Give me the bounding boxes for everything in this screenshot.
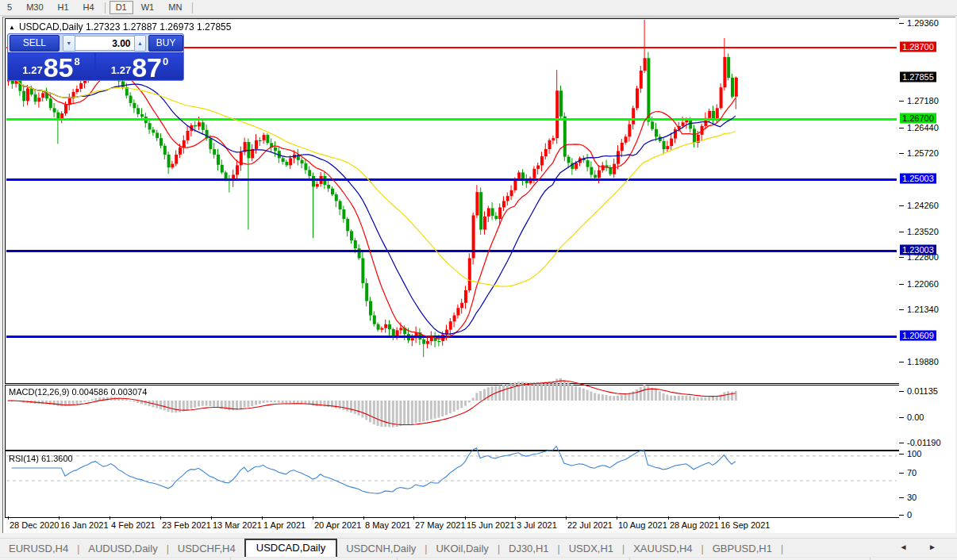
timeframe-button-h4[interactable]: H4 bbox=[77, 1, 101, 14]
buy-button[interactable]: BUY bbox=[148, 35, 183, 52]
sell-price-big: 85 bbox=[44, 56, 74, 79]
price-tick-mark bbox=[899, 362, 904, 362]
symbol-tab-usdcnh[interactable]: USDCNH,Daily bbox=[337, 540, 425, 558]
level-price-badge: 1.25003 bbox=[900, 174, 936, 184]
date-tick-mark bbox=[160, 516, 161, 520]
chart-title-row: ▲ USDCAD,Daily 1.27323 1.27887 1.26973 1… bbox=[9, 21, 231, 33]
chart-canvas[interactable] bbox=[6, 19, 897, 516]
volume-increase-button[interactable]: ▲ bbox=[134, 35, 147, 52]
price-tick-label: 1.29360 bbox=[907, 18, 939, 28]
indicator-tick-mark bbox=[899, 497, 904, 498]
indicator-tick-mark bbox=[899, 515, 904, 516]
chart-title: USDCAD,Daily 1.27323 1.27887 1.26973 1.2… bbox=[19, 21, 232, 33]
price-tick-mark bbox=[899, 309, 904, 310]
level-price-badge: 1.28700 bbox=[900, 41, 936, 52]
toolbar-separator bbox=[192, 2, 193, 13]
date-tick-mark bbox=[668, 516, 669, 520]
sell-price-head: 1.27 bbox=[22, 64, 42, 76]
price-tick-mark bbox=[899, 257, 904, 258]
price-tick-mark bbox=[899, 153, 904, 154]
price-tick-label: 1.27180 bbox=[907, 96, 939, 105]
indicator-tick-mark bbox=[899, 391, 904, 392]
symbol-tab-xauusd[interactable]: XAUUSD,H4 bbox=[625, 540, 701, 558]
tab-separator: | bbox=[781, 543, 783, 558]
volume-decrease-button[interactable]: ▼ bbox=[63, 35, 75, 52]
timeframe-button-d1[interactable]: D1 bbox=[110, 1, 133, 14]
date-tick-label: 16 Jan 2021 bbox=[60, 520, 109, 530]
timeframe-button-5[interactable]: 5 bbox=[1, 1, 18, 14]
symbol-tab-ukoil[interactable]: UKOil,Daily bbox=[427, 540, 497, 558]
price-tick-label: 1.23520 bbox=[907, 227, 939, 236]
price-tick-mark bbox=[899, 232, 904, 232]
indicator-tick-mark bbox=[899, 417, 904, 418]
date-tick-label: 3 Jul 2021 bbox=[517, 520, 557, 530]
indicator-tick-label: 30 bbox=[907, 493, 917, 502]
trade-panel-controls: SELL ▼ ▲ BUY bbox=[8, 34, 183, 52]
date-tick-mark bbox=[465, 516, 466, 520]
symbol-tab-gbpusd[interactable]: GBPUSD,H1 bbox=[704, 540, 781, 558]
price-tick-mark bbox=[899, 284, 904, 285]
symbol-tab-usdx[interactable]: USDX,H1 bbox=[560, 540, 622, 558]
date-tick-mark bbox=[8, 516, 9, 520]
terminal-window: 5M30H1H4D1W1MN ▲ USDCAD,Daily 1.27323 1.… bbox=[0, 0, 957, 560]
buy-price-big: 87 bbox=[132, 56, 162, 79]
sell-button[interactable]: SELL bbox=[10, 35, 60, 52]
status-bar bbox=[0, 557, 957, 560]
timeframe-button-m30[interactable]: M30 bbox=[20, 1, 49, 14]
level-price-badge: 1.26700 bbox=[900, 113, 936, 123]
date-tick-label: 13 Mar 2021 bbox=[213, 520, 262, 530]
date-tick-mark bbox=[363, 516, 364, 520]
price-axis: 1.293601.271801.264401.257201.242601.235… bbox=[899, 17, 955, 533]
level-price-badge: 1.20609 bbox=[900, 331, 936, 341]
date-tick-mark bbox=[313, 516, 313, 520]
indicator-tick-label: 0.00 bbox=[907, 412, 924, 422]
price-tick-mark bbox=[899, 205, 904, 206]
date-tick-label: 28 Dec 2020 bbox=[10, 520, 59, 530]
date-tick-label: 1 Apr 2021 bbox=[263, 520, 306, 530]
date-tick-mark bbox=[413, 516, 414, 520]
indicator-tick-label: 0.01135 bbox=[907, 386, 938, 396]
date-tick-mark bbox=[566, 516, 567, 520]
macd-label: MACD(12,26,9) 0.004586 0.003074 bbox=[9, 387, 147, 397]
price-tick-label: 1.19880 bbox=[907, 357, 939, 366]
symbol-tab-audusd[interactable]: AUDUSD,Daily bbox=[79, 540, 166, 558]
date-tick-mark bbox=[515, 516, 516, 520]
buy-price-head: 1.27 bbox=[111, 64, 131, 76]
date-tick-label: 28 Aug 2021 bbox=[670, 520, 719, 530]
volume-input[interactable] bbox=[75, 36, 134, 51]
chart-window: ▲ USDCAD,Daily 1.27323 1.27887 1.26973 1… bbox=[2, 17, 955, 533]
timeframe-button-h1[interactable]: H1 bbox=[52, 1, 75, 14]
timeframe-button-w1[interactable]: W1 bbox=[135, 1, 161, 14]
sell-price-display[interactable]: 1.27 85 8 bbox=[8, 53, 94, 79]
price-tick-label: 1.22060 bbox=[907, 279, 939, 289]
indicator-tick-label: -0.01190 bbox=[907, 438, 941, 447]
timeframe-button-mn[interactable]: MN bbox=[162, 1, 188, 14]
symbol-tab-dj30[interactable]: DJ30,H1 bbox=[500, 540, 558, 558]
current-price-badge: 1.27855 bbox=[900, 71, 936, 82]
trade-panel-toggle-icon[interactable]: ▲ bbox=[9, 24, 15, 31]
tab-scroll-arrows[interactable]: ◄ ► bbox=[899, 543, 946, 551]
symbol-tab-usdcad[interactable]: USDCAD,Daily bbox=[244, 539, 337, 558]
symbol-tab-eurusd[interactable]: EURUSD,H4 bbox=[0, 540, 77, 558]
price-tick-label: 1.21340 bbox=[907, 305, 939, 314]
timeframe-toolbar: 5M30H1H4D1W1MN bbox=[0, 0, 957, 16]
date-tick-label: 27 May 2021 bbox=[415, 520, 466, 530]
price-tick-label: 1.24260 bbox=[907, 201, 939, 210]
date-tick-mark bbox=[211, 516, 212, 520]
date-tick-label: 4 Feb 2021 bbox=[111, 520, 156, 530]
date-tick-label: 22 Jul 2021 bbox=[567, 520, 613, 530]
date-tick-label: 8 May 2021 bbox=[365, 520, 410, 530]
toolbar-separator bbox=[105, 2, 106, 13]
price-tick-label: 1.25720 bbox=[907, 148, 939, 158]
date-tick-mark bbox=[110, 516, 110, 520]
indicator-tick-label: 70 bbox=[907, 468, 917, 478]
price-tick-mark bbox=[899, 128, 904, 128]
date-tick-mark bbox=[262, 516, 263, 520]
buy-price-display[interactable]: 1.27 87 0 bbox=[96, 53, 183, 79]
indicator-tick-mark bbox=[899, 473, 904, 474]
symbol-tab-usdchf[interactable]: USDCHF,H4 bbox=[169, 540, 244, 558]
price-tick-mark bbox=[899, 101, 904, 102]
indicator-tick-mark bbox=[899, 443, 904, 443]
date-tick-label: 20 Apr 2021 bbox=[314, 520, 361, 530]
date-tick-label: 23 Feb 2021 bbox=[162, 520, 211, 530]
